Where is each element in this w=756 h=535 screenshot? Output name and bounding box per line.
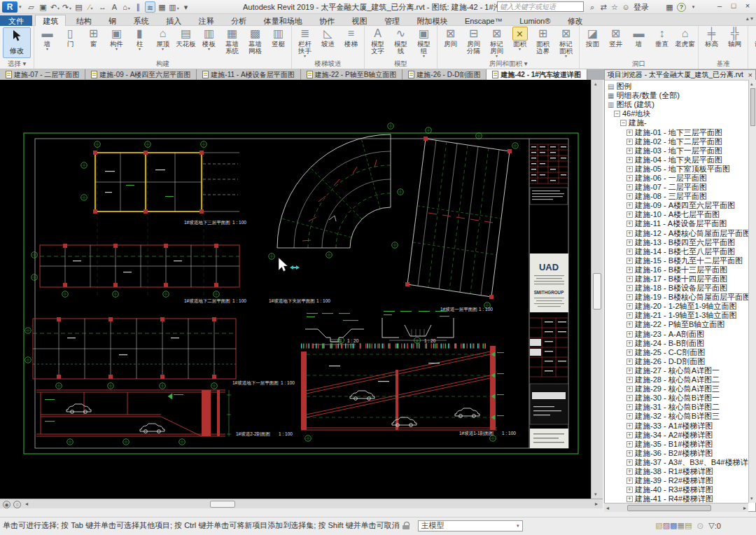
ribbon-tab[interactable]: 钢 (102, 15, 123, 27)
expand-icon[interactable] (626, 331, 633, 338)
zoom-icon[interactable]: ○ (13, 501, 21, 508)
expand-icon[interactable] (626, 404, 633, 410)
expand-icon[interactable] (626, 496, 633, 502)
help-search-input[interactable] (497, 1, 584, 12)
browser-group-jianshi[interactable]: 建施- (605, 118, 748, 127)
text-icon[interactable]: A (109, 1, 120, 13)
ribbon-tab[interactable]: 建筑 (35, 15, 66, 27)
sheet-item[interactable]: 建施-27 - 核心筒A详图一 (605, 366, 748, 375)
sheet-item[interactable]: 建施-29 - 核心筒A详图三 (605, 384, 748, 394)
sheet-item[interactable]: 建施-40 - R3#楼梯详图 (605, 485, 748, 494)
expand-icon[interactable] (626, 249, 633, 255)
scroll-up-icon[interactable]: ▴ (594, 81, 597, 87)
sheet-item[interactable]: 建施-19 - B楼核心筒屋面层平面图 (605, 293, 748, 302)
view-tab[interactable]: 建施-22 - P轴至B轴立面图 (301, 69, 403, 80)
browser-vertical-scrollbar[interactable]: ▴ ▾ (748, 80, 756, 503)
wall-opening-button[interactable]: ▬ 墙 (627, 27, 650, 48)
scroll-right-icon[interactable]: ▸ (743, 505, 746, 511)
expand-icon[interactable] (626, 413, 633, 419)
expand-icon[interactable] (626, 349, 633, 356)
sheet-item[interactable]: 建施-30 - 核心筒B详图一 (605, 394, 748, 403)
favorites-icon[interactable]: ☆ (610, 1, 620, 13)
expand-icon[interactable] (626, 211, 633, 218)
expand-icon[interactable] (626, 303, 633, 310)
ribbon-tab[interactable]: 注释 (192, 15, 221, 27)
collapse-icon[interactable] (620, 120, 626, 126)
shaft-opening-button[interactable]: ⊠ 竖井 (604, 27, 627, 48)
sheet-item[interactable]: 建施-14 - B楼七至八层平面图 (605, 247, 748, 256)
sheet-item[interactable]: 建施-28 - 核心筒A详图二 (605, 375, 748, 384)
column-button[interactable]: ▮ 柱 (128, 27, 151, 51)
scroll-up-icon[interactable]: ▴ (750, 81, 753, 87)
opening-by-face-button[interactable]: ◪ 按面 (581, 27, 604, 48)
expand-icon[interactable] (626, 258, 633, 264)
sign-in-button[interactable]: 登录 (634, 2, 649, 13)
window-button[interactable]: ⊞ 窗 (82, 27, 105, 48)
modify-button[interactable]: 修改 (3, 27, 31, 58)
ribbon-tab[interactable]: 协作 (312, 15, 342, 27)
switch-windows-icon[interactable]: ▥ (169, 1, 179, 13)
set-work-plane-button[interactable]: ▦ 设置 (750, 27, 756, 48)
sheet-item[interactable]: 建施-35 - B1#楼梯详图 (605, 440, 748, 449)
collapse-icon[interactable] (614, 111, 620, 117)
sheet-item[interactable]: 建施-24 - B-B剖面图 (605, 339, 748, 348)
view-tab[interactable]: 建施-11 - A楼设备层平面图 (197, 69, 300, 80)
ribbon-collapse-icon[interactable]: ▴ ▾ (746, 15, 753, 22)
sheet-item[interactable]: 建施-26 - D-D剖面图 (605, 357, 748, 366)
sheet-item[interactable]: 建施-10 - A楼七层平面图 (605, 210, 748, 219)
expand-icon[interactable] (626, 267, 633, 273)
expand-icon[interactable] (626, 450, 633, 457)
tag-room-button[interactable]: ⊠ 标记 房间 (485, 27, 508, 58)
railing-button[interactable]: ≣ 栏杆 扶手 (293, 27, 316, 58)
ribbon-tab[interactable]: 分析 (224, 15, 253, 27)
help-icon[interactable]: ? (677, 3, 686, 12)
sheet-item[interactable]: 建施-12 - A楼核心筒屋面层平面图 (605, 229, 748, 238)
help-arrow-icon[interactable]: ▾ (688, 1, 699, 13)
ribbon-tab[interactable]: 体量和场地 (257, 15, 309, 27)
model-group-button[interactable]: ▣ 模型 组 (412, 27, 435, 58)
sheet-item[interactable]: 建施-04 - 地下夹层平面图 (605, 155, 748, 165)
view-tab[interactable]: 建施-09 - A楼四至六层平面图 (85, 69, 197, 80)
sheet-item[interactable]: 建施-11 - A楼设备层平面图 (605, 219, 748, 228)
save-icon[interactable]: ▣ (38, 1, 48, 13)
worksets-icon[interactable]: ▧ (655, 521, 662, 529)
linked-models-icon[interactable]: ▦ (677, 521, 684, 529)
browser-horizontal-scrollbar[interactable]: ◂ ▸ (604, 503, 748, 512)
scrollbar-thumb[interactable] (627, 505, 711, 511)
expand-icon[interactable] (626, 468, 633, 475)
model-text-button[interactable]: A 模型 文字 (366, 27, 389, 55)
editing-requests-icon[interactable]: ▨ (663, 521, 670, 529)
minimize-button[interactable]: – (713, 1, 727, 12)
close-button[interactable]: × (741, 1, 755, 12)
expand-icon[interactable] (626, 377, 633, 383)
sheet-item[interactable]: 建施-37 - A3#、B3#、B4#楼梯详图 (605, 458, 748, 467)
expand-icon[interactable] (626, 294, 633, 300)
tag-area-button[interactable]: ⊠ 标记 面积 (554, 27, 578, 58)
sync-icon[interactable]: ⊙ (696, 521, 704, 531)
sheet-item[interactable]: 建施-34 - A2#楼梯详图 (605, 431, 748, 440)
sheet-item[interactable]: 建施-01 - 地下三层平面图 (605, 127, 748, 137)
expand-icon[interactable] (626, 423, 633, 429)
sheet-item[interactable]: 建施-06 - 一层平面图 (605, 174, 748, 183)
expand-icon[interactable] (626, 285, 633, 291)
component-button[interactable]: ▣ 构件 (105, 27, 128, 51)
sheet-item[interactable]: 建施-20 - 1-2轴至1-9轴立面图 (605, 302, 748, 311)
view-tab[interactable]: 建施-42 - 1#汽车坡道详图 (486, 69, 587, 80)
ribbon-tab[interactable]: Enscape™ (458, 15, 510, 27)
mullion-button[interactable]: ▥ 竖梃 (267, 27, 290, 48)
level-button[interactable]: ╪ 标高 (700, 27, 723, 48)
sheet-item[interactable]: 建施-16 - B楼十三层平面图 (605, 265, 748, 275)
model-line-button[interactable]: ∿ 模型 线 (389, 27, 412, 55)
search-go-icon[interactable]: ⌕ (587, 1, 597, 13)
ceiling-button[interactable]: ▤ 天花板 (174, 27, 197, 48)
expand-icon[interactable] (626, 148, 633, 154)
expand-icon[interactable] (626, 459, 633, 466)
wall-button[interactable]: ▬ 墙 (36, 27, 59, 51)
close-icon[interactable]: × (748, 71, 752, 79)
scroll-down-icon[interactable]: ▾ (594, 492, 597, 497)
browser-item-sheets[interactable]: ▥ 图纸 (建筑) (605, 100, 748, 109)
sheet-item[interactable]: 建施-03 - 地下一层平面图 (605, 146, 748, 155)
drawing-area[interactable]: UAD SMITHGROUP (0, 80, 591, 499)
expand-icon[interactable] (626, 441, 633, 447)
ribbon-tab[interactable]: 修改 (561, 15, 590, 27)
